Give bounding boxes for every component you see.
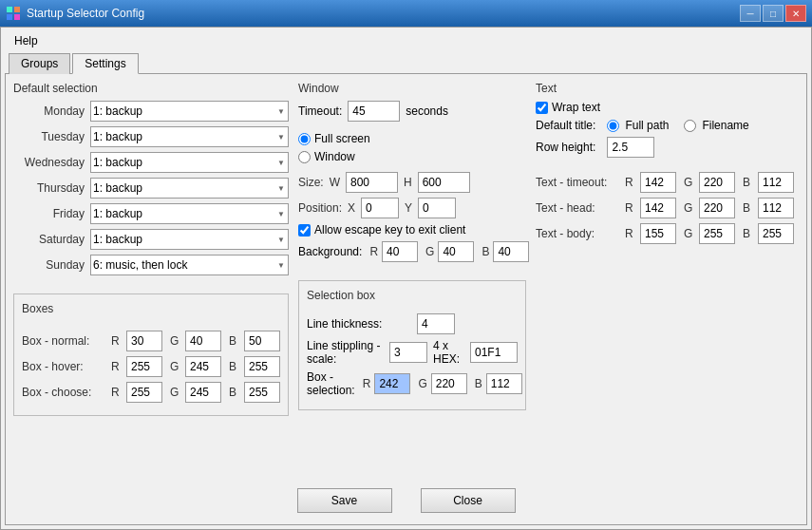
box-normal-g-label: G [170, 334, 181, 348]
box-hover-g-label: G [170, 360, 181, 373]
wrap-text-checkbox[interactable] [536, 102, 548, 114]
tab-groups[interactable]: Groups [9, 53, 70, 74]
text-head-b-input[interactable] [758, 198, 794, 218]
bg-r-input[interactable] [382, 241, 418, 262]
box-hover-r-input[interactable] [126, 356, 162, 377]
size-w-input[interactable] [346, 172, 398, 193]
size-h-input[interactable] [418, 172, 470, 193]
box-sel-label: Box - selection: [307, 370, 355, 397]
saturday-label: Saturday [13, 233, 85, 246]
box-hover-b-input[interactable] [244, 356, 280, 377]
main-columns: Default selection Monday 1: backup Tuesd… [13, 82, 799, 481]
box-sel-b-input[interactable] [486, 373, 522, 394]
box-choose-label: Box - choose: [22, 386, 107, 399]
size-row: Size: W H [298, 172, 526, 193]
sunday-label: Sunday [13, 258, 85, 272]
t-b-label: B [743, 176, 754, 189]
window-mode-label: Window [314, 150, 355, 163]
row-height-input[interactable] [607, 137, 654, 158]
save-button[interactable]: Save [297, 488, 392, 513]
timeout-input[interactable] [348, 101, 400, 122]
window-controls: ─ □ ✕ [740, 5, 806, 22]
full-path-section: Full path Filename [607, 119, 748, 132]
box-choose-r-label: R [111, 386, 123, 399]
default-selection-label: Default selection [13, 82, 289, 95]
default-selection-section: Default selection Monday 1: backup Tuesd… [13, 82, 289, 481]
wednesday-dropdown[interactable]: 1: backup [90, 152, 289, 173]
minimize-button[interactable]: ─ [740, 5, 761, 22]
text-body-g-input[interactable] [699, 223, 735, 244]
friday-dropdown[interactable]: 1: backup [90, 203, 289, 224]
fullscreen-radio-row: Full screen [298, 132, 526, 145]
close-button[interactable]: Close [421, 488, 516, 513]
wrap-text-row: Wrap text [536, 101, 799, 114]
monday-dropdown[interactable]: 1: backup [90, 101, 289, 122]
box-normal-b-label: B [229, 334, 240, 348]
maximize-button[interactable]: □ [763, 5, 784, 22]
pos-x-input[interactable] [361, 198, 399, 218]
text-body-b-input[interactable] [758, 223, 794, 244]
bg-row: Background: R G B [298, 241, 526, 262]
selection-box-label: Selection box [307, 289, 518, 302]
window-radio[interactable] [298, 151, 311, 163]
bg-g-input[interactable] [438, 241, 474, 262]
box-normal-r-input[interactable] [126, 331, 162, 351]
thursday-label: Thursday [13, 181, 85, 195]
app-icon [6, 6, 21, 21]
filename-radio[interactable] [684, 120, 696, 132]
text-body-r-input[interactable] [640, 223, 676, 244]
text-timeout-row: Text - timeout: R G B [536, 172, 799, 193]
thickness-input[interactable] [417, 313, 455, 334]
saturday-dropdown[interactable]: 1: backup [90, 229, 289, 250]
boxes-label: Boxes [22, 302, 280, 315]
tab-settings[interactable]: Settings [72, 53, 138, 74]
box-normal-row: Box - normal: R G B [22, 331, 280, 351]
pos-y-input[interactable] [418, 198, 456, 218]
box-normal-label: Box - normal: [22, 334, 107, 348]
text-timeout-b-input[interactable] [758, 172, 794, 193]
text-timeout-g-input[interactable] [699, 172, 735, 193]
wednesday-row: Wednesday 1: backup [13, 152, 289, 173]
text-head-g-input[interactable] [699, 198, 735, 218]
tuesday-row: Tuesday 1: backup [13, 126, 289, 147]
bottom-bar: Save Close [13, 481, 799, 517]
thursday-dropdown[interactable]: 1: backup [90, 178, 289, 199]
box-choose-r-input[interactable] [126, 382, 162, 403]
stippling-row: Line stippling - scale: 4 x HEX: [307, 339, 518, 366]
box-hover-g-input[interactable] [185, 356, 221, 377]
box-normal-g-input[interactable] [185, 331, 221, 351]
bg-b-input[interactable] [493, 241, 529, 262]
position-label: Position: [298, 201, 342, 215]
full-path-radio[interactable] [607, 120, 619, 132]
stippling-label: Line stippling - scale: [307, 339, 384, 366]
menu-bar: Help [5, 31, 807, 52]
t-g-label: G [684, 176, 695, 189]
text-timeout-r-input[interactable] [640, 172, 676, 193]
thursday-row: Thursday 1: backup [13, 178, 289, 199]
tuesday-dropdown[interactable]: 1: backup [90, 126, 289, 147]
close-window-button[interactable]: ✕ [785, 5, 806, 22]
h-b-label: B [743, 201, 754, 215]
fullscreen-radio[interactable] [298, 133, 311, 145]
sunday-dropdown[interactable]: 6: music, then lock [90, 255, 289, 275]
friday-label: Friday [13, 207, 85, 220]
box-choose-b-input[interactable] [244, 382, 280, 403]
h-label: H [404, 176, 412, 189]
box-sel-r-input[interactable] [374, 373, 410, 394]
box-choose-row: Box - choose: R G B [22, 382, 280, 403]
hex-input[interactable] [470, 342, 518, 363]
box-choose-g-input[interactable] [185, 382, 221, 403]
box-normal-b-input[interactable] [244, 331, 280, 351]
box-normal-r-label: R [111, 334, 123, 348]
thursday-dropdown-wrapper: 1: backup [90, 178, 289, 199]
saturday-row: Saturday 1: backup [13, 229, 289, 250]
tuesday-dropdown-wrapper: 1: backup [90, 126, 289, 147]
default-title-label: Default title: [536, 119, 595, 132]
text-head-r-input[interactable] [640, 198, 676, 218]
b-r-label: R [625, 227, 636, 240]
svg-rect-1 [14, 7, 20, 12]
stippling-input[interactable] [389, 342, 427, 363]
help-menu[interactable]: Help [9, 33, 44, 48]
escape-checkbox[interactable] [298, 224, 311, 237]
box-sel-g-input[interactable] [431, 373, 467, 394]
